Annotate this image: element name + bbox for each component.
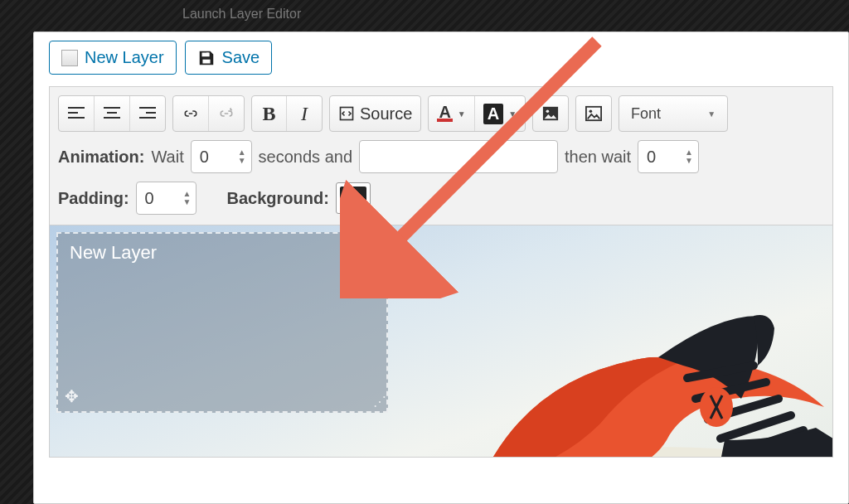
chevron-down-icon: ▼ [458, 109, 466, 119]
wait-label: Wait [151, 148, 183, 167]
chevron-down-icon: ▼ [707, 109, 716, 119]
bold-button[interactable]: B [252, 96, 287, 131]
wait-seconds-input[interactable] [200, 148, 233, 167]
text-color-button[interactable]: A ▼ [429, 96, 474, 131]
stepper-arrows-icon[interactable]: ▲▼ [238, 148, 246, 165]
image-outline-icon [585, 105, 603, 122]
align-center-icon [103, 106, 121, 121]
align-left-button[interactable] [59, 96, 95, 131]
close-icon[interactable]: ✕ [364, 240, 378, 260]
source-button[interactable]: Source [330, 96, 420, 131]
align-right-button[interactable] [130, 96, 165, 131]
svg-point-3 [546, 109, 550, 113]
padding-stepper[interactable]: ▲▼ [136, 182, 197, 215]
save-label: Save [222, 48, 260, 67]
slide-background-image [385, 233, 833, 458]
text-color-icon: A [437, 105, 452, 122]
bg-color-icon: A [483, 104, 503, 124]
wait-seconds-stepper[interactable]: ▲▼ [191, 140, 252, 173]
new-layer-button[interactable]: New Layer [49, 41, 177, 75]
rich-text-toolbar: B I Source A ▼ A ▼ [49, 86, 833, 225]
new-layer-label: New Layer [85, 48, 164, 67]
link-icon [182, 106, 200, 121]
stepper-arrows-icon[interactable]: ▲▼ [183, 190, 192, 206]
svg-point-5 [589, 109, 593, 113]
italic-button[interactable]: I [287, 96, 322, 131]
animation-type-select[interactable] [359, 140, 558, 173]
swatch-fill-icon [340, 187, 366, 210]
align-left-icon [67, 106, 85, 121]
then-wait-stepper[interactable]: ▲▼ [638, 140, 699, 173]
background-label: Background: [226, 189, 328, 208]
link-button[interactable] [173, 96, 209, 131]
save-button[interactable]: Save [185, 41, 273, 75]
padding-label: Padding: [58, 189, 129, 208]
align-center-button[interactable] [95, 96, 130, 131]
insert-image-button[interactable] [533, 96, 568, 131]
launch-layer-editor-button: Launch Layer Editor [182, 7, 301, 22]
svg-rect-0 [206, 52, 209, 56]
font-dropdown[interactable]: Font ▼ [619, 96, 727, 131]
source-label: Source [360, 104, 412, 124]
layer-title[interactable]: New Layer [58, 234, 386, 272]
layer-editor-window: New Layer Save [33, 32, 849, 504]
image-fill-icon [541, 105, 560, 122]
padding-input[interactable] [145, 189, 178, 208]
source-icon [338, 105, 355, 122]
chevron-down-icon: ▼ [508, 109, 517, 119]
unlink-button[interactable] [209, 96, 244, 131]
align-right-icon [138, 106, 157, 121]
move-icon[interactable]: ✥ [65, 386, 79, 406]
layer-canvas[interactable]: New Layer ✕ ✥ ⋰ [49, 225, 833, 458]
then-wait-label: then wait [565, 148, 631, 167]
seconds-and-label: seconds and [259, 148, 352, 167]
font-label: Font [631, 105, 661, 123]
layers-icon [61, 50, 78, 66]
top-action-bar: New Layer Save [34, 32, 848, 86]
resize-icon[interactable]: ⋰ [373, 394, 383, 410]
bg-color-button[interactable]: A ▼ [475, 96, 525, 131]
new-layer-box[interactable]: New Layer ✕ ✥ ⋰ [56, 232, 388, 413]
background-color-swatch[interactable] [336, 182, 371, 214]
save-icon [197, 49, 216, 67]
animation-label: Animation: [58, 148, 144, 167]
unlink-icon [217, 106, 235, 121]
insert-image-outline-button[interactable] [576, 96, 611, 131]
stepper-arrows-icon[interactable]: ▲▼ [685, 148, 693, 165]
then-wait-input[interactable] [647, 148, 680, 167]
